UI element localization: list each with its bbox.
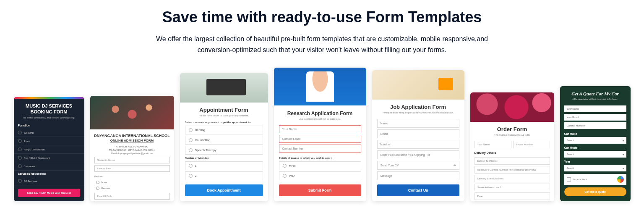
input-placeholder: Contact Email	[279, 135, 361, 143]
submit-button: Contact Us	[377, 184, 459, 196]
card-subtitle: The Avenue Homewares & Gifts	[470, 134, 554, 139]
card-subtitle: Fill in the form below and secure your b…	[14, 116, 84, 122]
input-placeholder: Enter Position Name You Applying For	[377, 150, 459, 159]
address-line: TAL.SANGAMNER, DIST.A.NAGAR, PIN.413714.	[90, 148, 174, 152]
input-placeholder: Deliver To (Name)	[475, 157, 550, 165]
template-card-order[interactable]: Order Form The Avenue Homewares & Gifts …	[470, 92, 554, 201]
field-label: Details of course to which you wish to a…	[274, 154, 366, 160]
email-line: Email: dnyangangavidyaniketan@gmail.com	[90, 152, 174, 155]
card-hero-image	[180, 73, 268, 103]
radio-option: Event	[14, 137, 84, 145]
template-card-car-quote[interactable]: Get A Quote For My Car A Representative …	[560, 86, 631, 201]
input-placeholder: Your Name	[475, 141, 511, 148]
input-placeholder: Street Address Line 2	[475, 184, 550, 191]
radio-option: Hearing	[185, 126, 263, 134]
radio-option: MPhil	[279, 161, 361, 170]
radio-option: Wedding	[14, 129, 84, 137]
field-label: Gender	[90, 174, 174, 179]
card-subtitle: Participate in our hiring program.Send y…	[372, 111, 464, 117]
admission-link: ONLINE ADMISSION FORM	[90, 139, 174, 145]
radio-option: Pub / Club / Restaurant	[14, 154, 84, 162]
card-title: MUSIC DJ SERVICES BOOKING FORM	[14, 99, 84, 117]
field-label: Car Model	[564, 145, 626, 150]
field-label: Select the services you want to get the …	[180, 120, 268, 124]
input-placeholder: Your Name	[279, 125, 361, 133]
page-title: Save time with ready-to-use Form Templat…	[17, 8, 627, 26]
section-label: Delivery Details	[470, 150, 554, 156]
card-title: Order Form	[470, 122, 554, 134]
radio-option: Female	[90, 185, 174, 191]
template-card-appointment[interactable]: Appointment Form Fill the form below to …	[180, 73, 268, 201]
card-subtitle: Fill the form below to book your appoint…	[180, 114, 268, 120]
input-placeholder: Message	[377, 171, 459, 180]
input-placeholder: Date of Birth	[94, 165, 170, 172]
template-card-research[interactable]: Research Application Form Late applicati…	[274, 68, 366, 201]
input-placeholder: Your Name	[564, 105, 626, 112]
input-placeholder: Email	[377, 129, 459, 138]
input-placeholder: Contact Number	[564, 122, 626, 129]
template-card-dj-booking[interactable]: MUSIC DJ SERVICES BOOKING FORM Fill in t…	[14, 97, 84, 202]
radio-option: Male	[90, 179, 174, 185]
submit-button: Get me a quote	[564, 187, 626, 196]
card-title: Get A Quote For My Car	[564, 91, 626, 98]
field-label: Year	[564, 158, 626, 164]
select-placeholder: Select	[564, 137, 626, 144]
input-placeholder: Student's Name	[94, 157, 170, 163]
section-label: Function	[14, 122, 84, 129]
submit-button: Send Say it with Music your Request	[18, 189, 80, 197]
file-upload-input: Send Your CV	[377, 161, 459, 170]
submit-button: Book Appointment	[185, 184, 263, 196]
field-label: Number of Attendee	[180, 156, 268, 160]
input-placeholder: Date	[475, 192, 550, 200]
radio-option: Corporate	[14, 162, 84, 171]
radio-option: DJ Services	[14, 177, 84, 185]
input-placeholder: Date Of Birth	[94, 193, 170, 200]
template-card-admission[interactable]: DNYANGANGA INTERNATIONAL SCHOOL ONLINE A…	[90, 96, 174, 201]
input-placeholder: Receiver's Contact Number (If required f…	[475, 166, 550, 174]
radio-option: Councelling	[185, 136, 263, 145]
radio-option: PhD	[279, 171, 361, 180]
select-placeholder: Select	[564, 165, 626, 171]
section-label: Services Requested	[14, 171, 84, 177]
recaptcha-box: I'm not a robot	[564, 174, 626, 185]
input-row: Your Name Phone Number	[475, 141, 550, 148]
card-title: DNYANGANGA INTERNATIONAL SCHOOL	[90, 129, 174, 139]
card-hero-image	[470, 92, 554, 122]
input-placeholder: Contact Number	[279, 145, 361, 153]
card-hero-image	[90, 96, 174, 129]
card-hero-image	[274, 68, 366, 105]
address-line: AT MANCHI HILL, PO ASHWI BK,	[90, 145, 174, 148]
page-description: We offer the largest collection of beaut…	[150, 34, 494, 55]
submit-button: Submit Form	[279, 184, 361, 196]
radio-option: 2	[185, 171, 263, 180]
card-title: Appointment Form	[180, 103, 268, 114]
select-placeholder: Select	[564, 151, 626, 158]
card-hero-image	[372, 70, 464, 100]
input-placeholder: Number	[377, 140, 459, 149]
radio-option: 1	[185, 161, 263, 170]
radio-option: Speech Therapy	[185, 146, 263, 155]
field-label: Car Make	[564, 131, 626, 136]
card-subtitle: A Representative will be in touch within…	[564, 98, 626, 104]
input-placeholder: Your Email	[564, 114, 626, 121]
card-title: Research Application Form	[274, 105, 366, 118]
template-cards-row: MUSIC DJ SERVICES BOOKING FORM Fill in t…	[0, 68, 644, 201]
card-subtitle: Late applications will not be accepted.	[274, 118, 366, 124]
card-title: Job Application Form	[372, 100, 464, 111]
hero-section: Save time with ready-to-use Form Templat…	[0, 0, 644, 68]
template-card-job-application[interactable]: Job Application Form Participate in our …	[372, 70, 464, 201]
radio-option: Party / Celebration	[14, 145, 84, 154]
input-placeholder: Phone Number	[513, 141, 550, 148]
input-placeholder: Delivery Street Address	[475, 175, 550, 182]
input-placeholder: Name	[377, 119, 459, 128]
